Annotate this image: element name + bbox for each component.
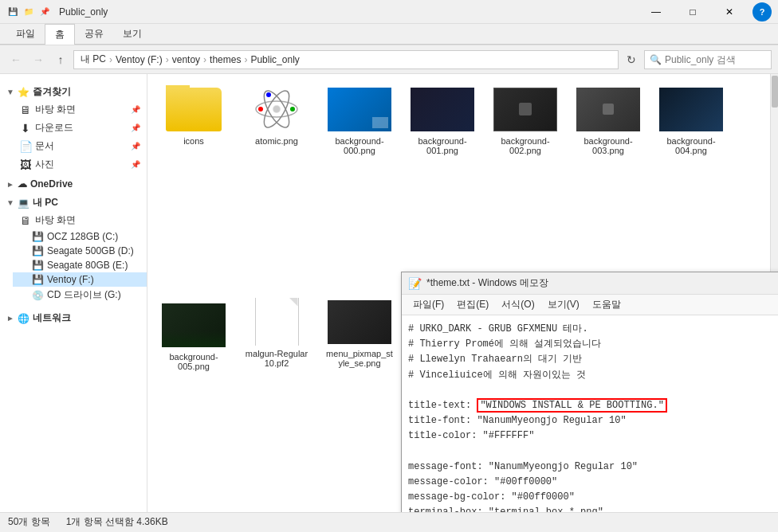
maximize-button[interactable]: □ bbox=[674, 0, 711, 24]
file-name: menu_pixmap_style_se.png bbox=[324, 349, 395, 368]
notepad-menu-help[interactable]: 도움말 bbox=[587, 296, 626, 313]
sidebar-item-e-drive[interactable]: 💾 Seagate 80GB (E:) bbox=[13, 258, 147, 272]
sidebar-item-label: OCZ 128GB (C:) bbox=[47, 231, 118, 242]
sidebar-item-label: Ventoy (F:) bbox=[47, 274, 94, 285]
sidebar-item-desktop2[interactable]: 🖥 바탕 화면 bbox=[13, 211, 147, 229]
file-name: background-002.png bbox=[490, 136, 560, 155]
path-themes[interactable]: themes bbox=[210, 54, 241, 65]
file-thumb bbox=[328, 298, 391, 346]
d-drive-icon: 💾 bbox=[32, 245, 44, 256]
tab-file[interactable]: 파일 bbox=[6, 24, 45, 44]
refresh-button[interactable]: ↻ bbox=[622, 50, 641, 69]
onedrive-label: OneDrive bbox=[30, 178, 73, 190]
file-item-bg004[interactable]: background-004.png bbox=[651, 80, 731, 290]
file-item-bg000[interactable]: background-000.png bbox=[320, 80, 399, 290]
notepad-menu-edit[interactable]: 편집(E) bbox=[452, 296, 493, 313]
file-item-bg002[interactable]: background-002.png bbox=[485, 80, 565, 290]
close-button[interactable]: ✕ bbox=[711, 0, 748, 24]
sidebar-item-desktop1[interactable]: 🖥 바탕 화면 📌 bbox=[13, 100, 147, 119]
file-item-menu-pixmap[interactable]: menu_pixmap_style_se.png bbox=[320, 293, 399, 506]
file-item-font[interactable]: malgun-Regular 10.pf2 bbox=[237, 293, 316, 506]
notepad-menu-format[interactable]: 서식(O) bbox=[497, 296, 539, 313]
search-box[interactable]: 🔍 bbox=[644, 50, 772, 69]
sidebar-item-label: 다운로드 bbox=[35, 121, 73, 135]
notepad-line10: message-font: "NanumMyeongjo Regular 10" bbox=[408, 460, 778, 475]
tab-view[interactable]: 보기 bbox=[113, 24, 151, 44]
status-item-count: 50개 항목 bbox=[8, 515, 50, 529]
file-name: background-000.png bbox=[324, 136, 395, 155]
address-input[interactable]: 내 PC › Ventoy (F:) › ventoy › themes › P… bbox=[73, 50, 619, 69]
thumb-menu bbox=[328, 300, 391, 344]
file-item-bg003[interactable]: background-003.png bbox=[568, 80, 648, 290]
notepad-content[interactable]: # URKO_DARK - GRUB GFXMENU 테마. # Thierry… bbox=[402, 315, 778, 512]
tab-share[interactable]: 공유 bbox=[75, 24, 113, 44]
sidebar-section-thispc[interactable]: ▼ 💻 내 PC bbox=[0, 191, 147, 211]
sidebar-item-downloads[interactable]: ⬇ 다운로드 📌 bbox=[13, 119, 147, 137]
scroll-thumb[interactable] bbox=[772, 76, 778, 108]
photos-icon: 🖼 bbox=[19, 158, 32, 171]
sidebar-item-label: 바탕 화면 bbox=[35, 213, 76, 227]
pin-button[interactable]: 📌 bbox=[131, 160, 140, 169]
pin-button[interactable]: 📌 bbox=[131, 142, 140, 151]
sidebar-item-d-drive[interactable]: 💾 Seagate 500GB (D:) bbox=[13, 244, 147, 258]
notepad-menu-file[interactable]: 파일(F) bbox=[408, 296, 449, 313]
ribbon-tabs: 파일 홈 공유 보기 bbox=[0, 24, 778, 45]
file-name: background-001.png bbox=[407, 136, 477, 155]
path-pc[interactable]: 내 PC bbox=[81, 53, 106, 66]
sidebar: ▼ ⭐ 즐겨찾기 🖥 바탕 화면 📌 ⬇ 다운로드 📌 📄 문서 📌 🖼 bbox=[0, 74, 147, 512]
onedrive-icon: ☁ bbox=[18, 178, 27, 190]
thispc-icon: 💻 bbox=[18, 198, 29, 209]
documents-icon: 📄 bbox=[19, 140, 32, 153]
notepad-line12: message-bg-color: "#00ff0000" bbox=[408, 490, 778, 505]
atom-svg bbox=[253, 85, 301, 133]
sidebar-item-label: 사진 bbox=[35, 158, 54, 171]
sidebar-section-favorites[interactable]: ▼ ⭐ 즐겨찾기 bbox=[0, 80, 147, 100]
file-thumb bbox=[162, 301, 226, 349]
thumb-bg004 bbox=[659, 88, 723, 131]
sidebar-section-network[interactable]: ► 🌐 네트워크 bbox=[0, 307, 147, 327]
sidebar-item-c-drive[interactable]: 💾 OCZ 128GB (C:) bbox=[13, 229, 147, 244]
sidebar-item-label: Seagate 500GB (D:) bbox=[47, 245, 134, 256]
thispc-arrow: ▼ bbox=[6, 198, 14, 207]
minimize-button[interactable]: — bbox=[638, 0, 674, 24]
sidebar-item-g-drive[interactable]: 💿 CD 드라이브 (G:) bbox=[13, 287, 147, 303]
notepad-menu-view[interactable]: 보기(V) bbox=[543, 296, 584, 313]
thumb-bg003 bbox=[576, 88, 640, 131]
window-icons: 💾 📁 📌 bbox=[6, 6, 51, 18]
pin-button[interactable]: 📌 bbox=[131, 123, 140, 132]
path-ventoy[interactable]: Ventoy (F:) bbox=[116, 54, 163, 65]
forward-button[interactable]: → bbox=[29, 50, 48, 69]
sidebar-item-documents[interactable]: 📄 문서 📌 bbox=[13, 137, 147, 155]
thispc-label: 내 PC bbox=[33, 196, 58, 209]
pin-button[interactable]: 📌 bbox=[131, 105, 140, 114]
notepad-line7: title-font: "NanumMyeongjo Regular 10" bbox=[408, 413, 778, 428]
g-drive-icon: 💿 bbox=[32, 290, 44, 301]
help-button[interactable]: ? bbox=[752, 2, 772, 22]
search-icon: 🔍 bbox=[650, 54, 662, 65]
sidebar-item-photos[interactable]: 🖼 사진 📌 bbox=[13, 155, 147, 174]
back-button[interactable]: ← bbox=[6, 50, 26, 69]
c-drive-icon: 💾 bbox=[32, 231, 44, 242]
onedrive-arrow: ► bbox=[6, 180, 14, 189]
sidebar-item-f-drive[interactable]: 💾 Ventoy (F:) bbox=[13, 272, 147, 287]
path-ventoy-dir[interactable]: ventoy bbox=[172, 54, 200, 65]
file-item-bg005[interactable]: background-005.png bbox=[154, 296, 234, 506]
notepad-titlebar: 📝 *theme.txt - Windows 메모장 — □ ✕ bbox=[402, 272, 778, 295]
sidebar-item-label: 문서 bbox=[35, 139, 54, 153]
sidebar-item-label: CD 드라이브 (G:) bbox=[47, 288, 121, 302]
tab-home[interactable]: 홈 bbox=[45, 24, 75, 45]
window-controls[interactable]: — □ ✕ bbox=[638, 0, 748, 24]
path-public-only[interactable]: Public_only bbox=[250, 54, 299, 65]
sidebar-section-onedrive[interactable]: ► ☁ OneDrive bbox=[0, 174, 147, 191]
up-button[interactable]: ↑ bbox=[51, 50, 70, 69]
file-item-atomic[interactable]: atomic.png bbox=[237, 80, 316, 290]
file-item-bg001[interactable]: background-001.png bbox=[403, 80, 482, 290]
file-name: icons bbox=[183, 136, 204, 146]
notepad-title: *theme.txt - Windows 메모장 bbox=[426, 276, 778, 290]
title-text-highlight: "WINDOWS INSTALL & PE BOOTTING." bbox=[477, 398, 666, 413]
file-thumb bbox=[411, 85, 474, 133]
file-thumb bbox=[245, 85, 308, 133]
search-input[interactable] bbox=[665, 54, 752, 65]
file-item-icons[interactable]: icons bbox=[154, 80, 234, 290]
file-thumb bbox=[162, 85, 226, 133]
